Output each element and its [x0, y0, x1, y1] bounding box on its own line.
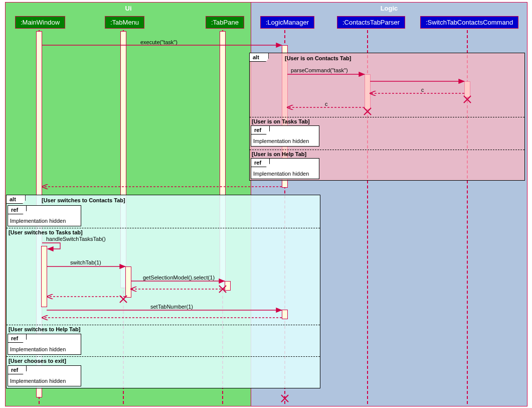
destroy-logicmanager — [281, 394, 289, 402]
divider-3 — [7, 228, 320, 228]
msg-parsecommand: parseCommand("task") — [291, 67, 348, 73]
activation-logicmanager-2 — [282, 310, 288, 319]
fragment-alt-ui: alt [User switches to Contacts Tab] ref … — [6, 195, 320, 388]
msg-switchtab: switchTab(1) — [70, 259, 101, 265]
fragment-alt-logic-label: alt — [250, 53, 269, 62]
ref-text-2: Implementation hidden — [253, 171, 309, 177]
activation-tabmenu-inner — [125, 266, 131, 298]
destroy-tabpane — [219, 285, 227, 293]
guard-help-tab: [User is on Help Tab] — [252, 151, 306, 157]
ref-text-3: Implementation hidden — [10, 218, 66, 224]
activation-mainwindow-inner — [41, 246, 47, 307]
ref-text-1: Implementation hidden — [253, 138, 309, 144]
participant-tabmenu: :TabMenu — [105, 16, 144, 29]
ref-help-tab: ref Implementation hidden — [251, 158, 319, 179]
participant-mainwindow: :MainWindow — [15, 16, 65, 29]
divider-5 — [7, 356, 320, 357]
divider-1 — [250, 117, 524, 117]
fragment-alt-ui-label: alt — [7, 195, 26, 204]
msg-settabnumber: setTabNumber(1) — [150, 304, 193, 310]
ref-switch-help: ref Implementation hidden — [8, 334, 81, 355]
guard-tasks-tab: [User is on Tasks Tab] — [252, 118, 310, 124]
participant-logicmanager: :LogicManager — [260, 16, 314, 29]
ref-text-5: Implementation hidden — [10, 378, 66, 384]
participant-switchtabcontactscommand: :SwitchTabContactsCommand — [420, 16, 518, 29]
ref-tab-1: ref — [251, 126, 270, 134]
group-logic-title: Logic — [251, 5, 527, 12]
group-ui-title: Ui — [6, 5, 251, 12]
ref-text-4: Implementation hidden — [10, 346, 66, 352]
participant-contactstabparser: :ContactsTabParser — [337, 16, 405, 29]
ref-tab-2: ref — [251, 159, 270, 167]
destroy-tabmenu — [119, 295, 127, 303]
msg-c2: c — [325, 101, 328, 107]
participant-tabpane: :TabPane — [206, 16, 244, 29]
ref-switch-contacts: ref Implementation hidden — [8, 205, 81, 226]
ref-tab-5: ref — [8, 366, 27, 374]
ref-tab-3: ref — [8, 206, 27, 214]
divider-4 — [7, 325, 320, 325]
destroy-contactstabparser — [364, 107, 372, 115]
ref-exit: ref Implementation hidden — [8, 365, 81, 386]
msg-execute: execute("task") — [140, 39, 178, 45]
msg-getselection: getSelectionModel().select(1) — [143, 275, 215, 281]
msg-c1: c — [421, 87, 424, 93]
ref-tab-4: ref — [8, 334, 27, 343]
ref-tasks-tab: ref Implementation hidden — [251, 125, 319, 147]
msg-handleswitch: handleSwitchTasksTab() — [46, 236, 106, 242]
guard-switch-tasks: [User switches to Tasks tab] — [9, 229, 83, 235]
sequence-diagram: Ui Logic :MainWindow :TabMenu :TabPane :… — [0, 0, 532, 408]
destroy-switchtab — [463, 95, 471, 103]
guard-switch-help: [User switches to Help Tab] — [9, 326, 80, 332]
divider-2 — [250, 150, 524, 150]
guard-switch-contacts: [User switches to Contacts Tab] — [42, 197, 125, 203]
guard-exit: [User chooses to exit] — [9, 358, 66, 364]
guard-contacts-tab: [User is on Contacts Tab] — [285, 55, 351, 61]
